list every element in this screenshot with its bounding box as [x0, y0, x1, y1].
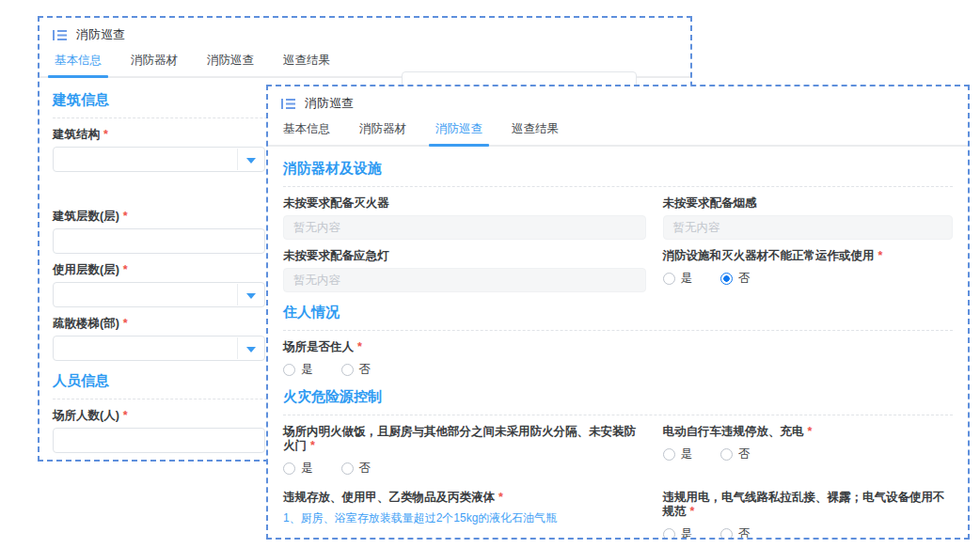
field-label-ebike-parking: 电动自行车违规停放、充电* — [663, 425, 953, 439]
cooking-radio-yes[interactable]: 是 — [283, 461, 313, 477]
window-fire-patrol: 消防巡查 基本信息 消防器材 消防巡查 巡查结果 消防器材及设施 未按要求配备灭… — [266, 85, 970, 540]
window-header: 消防巡查 — [268, 86, 968, 112]
collapse-menu-icon[interactable] — [281, 98, 296, 110]
radio-icon — [341, 364, 354, 376]
chevron-down-icon — [246, 293, 256, 299]
chevron-down-icon — [246, 347, 256, 352]
radio-checked-icon — [720, 273, 733, 285]
tab-bar: 基本信息 消防器材 消防巡查 巡查结果 — [268, 121, 968, 147]
tab-fire-patrol[interactable]: 消防巡查 — [205, 53, 256, 76]
tab-fire-equipment[interactable]: 消防器材 — [129, 53, 180, 76]
required-asterisk: * — [498, 491, 503, 504]
field-smoke-sensor: 未按要求配备烟感 暂无内容 — [663, 187, 953, 240]
field-label-occupancy: 场所是否住人* — [283, 340, 953, 354]
section-title-hazard: 火灾危险源控制 — [283, 377, 953, 415]
field-extinguisher: 未按要求配备灭火器 暂无内容 — [283, 187, 646, 240]
window-header: 消防巡查 — [40, 18, 690, 43]
required-asterisk: * — [123, 263, 128, 276]
required-asterisk: * — [357, 340, 362, 353]
ebike-radio-yes[interactable]: 是 — [663, 446, 693, 462]
storage-violation-link[interactable]: 1、厨房、浴室存放装载量超过2个15kg的液化石油气瓶 — [283, 511, 646, 525]
tab-fire-patrol[interactable]: 消防巡查 — [434, 121, 484, 145]
extinguisher-disabled-input: 暂无内容 — [283, 215, 646, 240]
evacuation-stairs-select[interactable] — [53, 336, 265, 361]
field-label-facility-working: 消防设施和灭火器材不能正常运作或使用* — [663, 249, 953, 263]
facility-radio-no[interactable]: 否 — [720, 271, 751, 287]
required-asterisk: * — [123, 210, 128, 223]
electricity-radio-group: 是 否 — [663, 527, 953, 540]
cooking-radio-group: 是 否 — [283, 462, 646, 476]
collapse-menu-icon[interactable] — [53, 29, 68, 41]
people-count-input[interactable] — [53, 428, 265, 453]
radio-icon — [663, 273, 675, 285]
section-title-equipment: 消防器材及设施 — [283, 147, 953, 187]
page-title: 消防巡查 — [76, 26, 125, 43]
field-label-smoke-sensor: 未按要求配备烟感 — [663, 196, 953, 211]
fire-patrol-form: 消防器材及设施 未按要求配备灭火器 暂无内容 未按要求配备烟感 暂无内容 未按要… — [268, 147, 968, 540]
field-illegal-storage: 违规存放、使用甲、乙类物品及丙类液体* 1、厨房、浴室存放装载量超过2个15kg… — [283, 476, 646, 525]
building-floors-input[interactable] — [53, 228, 265, 254]
radio-icon — [720, 448, 733, 461]
tab-basic-info[interactable]: 基本信息 — [53, 53, 103, 76]
electricity-radio-yes[interactable]: 是 — [663, 526, 693, 540]
required-asterisk: * — [878, 249, 883, 262]
ebike-radio-no[interactable]: 否 — [720, 446, 751, 462]
page-title: 消防巡查 — [305, 95, 354, 112]
radio-icon — [663, 448, 675, 461]
required-asterisk: * — [103, 128, 108, 141]
electricity-radio-no[interactable]: 否 — [720, 526, 751, 540]
field-open-flame-cooking: 场所内明火做饭，且厨房与其他部分之间未采用防火分隔、未安装防火门* 是 否 — [283, 415, 646, 476]
tab-basic-info[interactable]: 基本信息 — [281, 121, 332, 145]
smoke-sensor-disabled-input: 暂无内容 — [663, 215, 953, 240]
used-floors-select[interactable] — [53, 282, 265, 307]
ebike-radio-group: 是 否 — [663, 447, 953, 462]
tab-patrol-result[interactable]: 巡查结果 — [510, 121, 561, 145]
section-title-occupancy: 住人情况 — [283, 292, 953, 331]
facility-radio-yes[interactable]: 是 — [663, 271, 693, 287]
required-asterisk: * — [690, 505, 695, 518]
field-label-illegal-electricity: 违规用电，电气线路私拉乱接、裸露；电气设备使用不规范* — [663, 491, 953, 519]
emergency-lamp-disabled-input: 暂无内容 — [283, 268, 646, 292]
radio-icon — [283, 462, 295, 475]
field-ebike-parking: 电动自行车违规停放、充电* 是 否 — [663, 415, 953, 462]
building-structure-select[interactable] — [53, 147, 265, 172]
radio-icon — [720, 528, 733, 540]
tab-patrol-result[interactable]: 巡查结果 — [281, 53, 332, 76]
field-facility-working: 消防设施和灭火器材不能正常运作或使用* 是 否 — [663, 240, 953, 286]
field-label-extinguisher: 未按要求配备灭火器 — [283, 196, 646, 211]
field-illegal-electricity: 违规用电，电气线路私拉乱接、裸露；电气设备使用不规范* 是 否 — [663, 476, 953, 540]
occupancy-radio-no[interactable]: 否 — [341, 362, 371, 378]
occupancy-radio-yes[interactable]: 是 — [283, 362, 313, 378]
field-emergency-lamp: 未按要求配备应急灯 暂无内容 — [283, 240, 646, 292]
radio-icon — [663, 528, 675, 540]
required-asterisk: * — [123, 409, 128, 422]
field-label-open-flame-cooking: 场所内明火做饭，且厨房与其他部分之间未采用防火分隔、未安装防火门* — [283, 425, 646, 453]
radio-icon — [341, 462, 354, 475]
required-asterisk: * — [310, 439, 315, 452]
required-asterisk: * — [123, 317, 128, 330]
field-label-illegal-storage: 违规存放、使用甲、乙类物品及丙类液体* — [283, 491, 646, 505]
chevron-down-icon — [246, 158, 256, 164]
field-label-emergency-lamp: 未按要求配备应急灯 — [283, 249, 646, 263]
occupancy-radio-group: 是 否 — [283, 363, 953, 377]
cooking-radio-no[interactable]: 否 — [341, 461, 371, 477]
required-asterisk: * — [808, 425, 813, 438]
page: 消防巡查 基本信息 消防器材 消防巡查 巡查结果 建筑信息 建筑结构* 建筑层数… — [0, 0, 980, 548]
facility-radio-group: 是 否 — [663, 272, 953, 286]
radio-icon — [283, 364, 295, 376]
tab-fire-equipment[interactable]: 消防器材 — [357, 121, 408, 145]
